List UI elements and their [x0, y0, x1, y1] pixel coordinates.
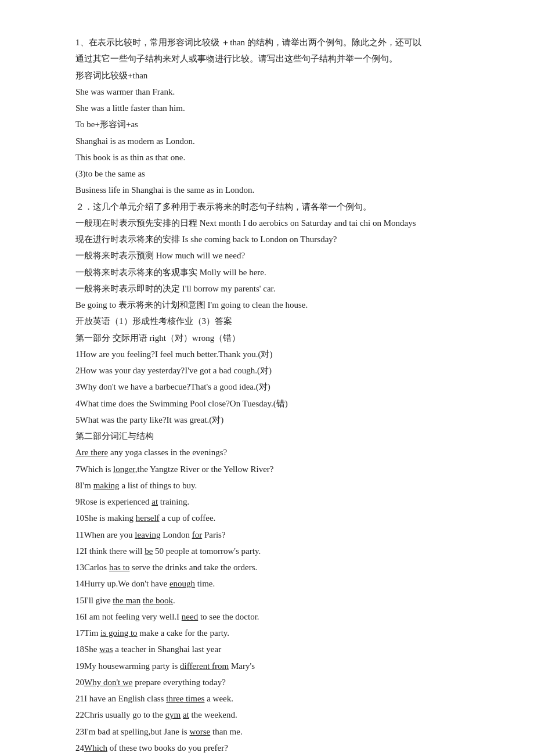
content-line-l31: 11When are you leaving London for Paris?: [75, 527, 459, 542]
content-line-l40: 20Why don't we prepare everything today?: [75, 675, 459, 690]
content-line-l20: 1How are you feeling?I feel much better.…: [75, 347, 459, 362]
content-line-l14: 一般将来时表示预测 How much will we need?: [75, 248, 459, 263]
content-line-l43: 23I'm bad at spelling,but Jane is worse …: [75, 724, 459, 739]
content-line-l35: 15I'll give the man the book.: [75, 593, 459, 608]
content-line-l17: Be going to 表示将来的计划和意图 I'm going to clea…: [75, 297, 459, 312]
content-line-l13: 现在进行时表示将来的安排 Is she coming back to Londo…: [75, 232, 459, 247]
content-line-l7: Shanghai is as modern as London.: [75, 134, 459, 149]
content-line-l16: 一般将来时表示即时的决定 I'll borrow my parents' car…: [75, 281, 459, 296]
content-line-l37: 17Tim is going to make a cake for the pa…: [75, 625, 459, 640]
content-line-l1: 1、在表示比较时，常用形容词比较级 ＋than 的结构，请举出两个例句。除此之外…: [75, 35, 459, 50]
content-line-l25: 第二部分词汇与结构: [75, 429, 459, 444]
content-line-l29: 9Rose is experienced at training.: [75, 494, 459, 509]
content-line-l26: Are there any yoga classes in the evenin…: [75, 445, 459, 460]
content-line-l3: 形容词比较级+than: [75, 68, 459, 83]
content-line-l32: 12I think there will be 50 people at tom…: [75, 543, 459, 559]
content-line-l12: 一般现在时表示预先安排的日程 Next month I do aerobics …: [75, 215, 459, 231]
content-line-l33: 13Carlos has to serve the drinks and tak…: [75, 560, 459, 575]
content-line-l5: She was a little faster than him.: [75, 100, 459, 116]
content-line-l19: 第一部分 交际用语 right（对）wrong（错）: [75, 330, 459, 345]
content-line-l24: 5What was the party like?It was great.(对…: [75, 412, 459, 427]
content-line-l38: 18She was a teacher in Shanghai last yea…: [75, 642, 459, 657]
content-line-l21: 2How was your day yesterday?I've got a b…: [75, 363, 459, 378]
content-line-l10: Business life in Shanghai is the same as…: [75, 182, 459, 197]
content-line-l41: 21I have an English class three times a …: [75, 691, 459, 706]
content-line-l4: She was warmer than Frank.: [75, 84, 459, 99]
content-line-l2: 通过其它一些句子结构来对人或事物进行比较。请写出这些句子结构并举一个例句。: [75, 51, 459, 66]
content-line-l6: To be+形容词+as: [75, 117, 459, 132]
content-line-l36: 16I am not feeling very well.I need to s…: [75, 609, 459, 624]
content-line-l34: 14Hurry up.We don't have enough time.: [75, 576, 459, 591]
content-line-l11: ２．这几个单元介绍了多种用于表示将来的时态句子结构，请各举一个例句。: [75, 199, 459, 214]
content-line-l28: 8I'm making a list of things to buy.: [75, 478, 459, 493]
content-line-l42: 22Chris usually go to the gym at the wee…: [75, 707, 459, 722]
content-line-l44: 24Which of these two books do you prefer…: [75, 740, 459, 755]
main-content: 1、在表示比较时，常用形容词比较级 ＋than 的结构，请举出两个例句。除此之外…: [75, 35, 459, 755]
content-line-l15: 一般将来时表示将来的客观事实 Molly will be here.: [75, 265, 459, 280]
content-line-l30: 10She is making herself a cup of coffee.: [75, 510, 459, 525]
content-line-l23: 4What time does the Swimming Pool close?…: [75, 396, 459, 411]
content-line-l8: This book is as thin as that one.: [75, 150, 459, 165]
content-line-l27: 7Which is longer,the Yangtze River or th…: [75, 462, 459, 477]
content-line-l22: 3Why don't we have a barbecue?That's a g…: [75, 379, 459, 394]
content-line-l18: 开放英语（1）形成性考核作业（3）答案: [75, 314, 459, 329]
content-line-l39: 19My housewarming party is different fro…: [75, 658, 459, 674]
content-line-l9: (3)to be the same as: [75, 166, 459, 181]
